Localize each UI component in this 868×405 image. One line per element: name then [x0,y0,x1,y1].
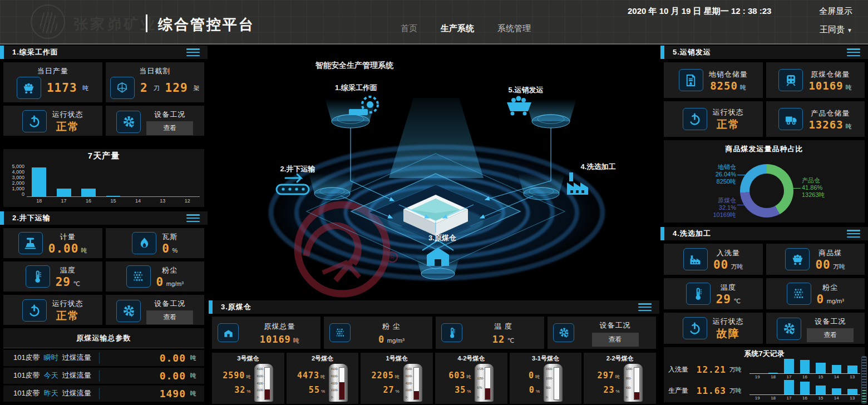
silo-name: 3-1号煤仓 [532,354,559,363]
stat-label: 粉尘 [162,265,177,275]
stat-value: 0.00 [48,242,79,255]
metric-label: 生产量 [668,386,693,396]
stat-label: 设备工况 [600,320,631,330]
dashboard-root: 张家峁矿业 综合管控平台 首页 生产系统 系统管理 2020 年 10 月 19… [0,0,868,405]
table-row: 101皮带 瞬时 过煤流量 0.00 吨 [3,350,204,366]
silo-scale: 8100-6100-4100-2100-0- [257,368,264,399]
view-button[interactable]: 查看 [592,333,639,347]
company-logo-icon [31,4,65,39]
menu-icon[interactable] [186,48,200,56]
menu-icon[interactable] [847,230,860,238]
donut-label-rawcoal: 原煤仓 32.1% 10169吨 [680,197,736,219]
y-tick-label: 3,000 [12,175,24,180]
bar [816,386,826,394]
bar-chart: 18171615141312 [27,164,200,205]
menu-icon[interactable] [186,214,200,222]
donut-connector [793,188,801,189]
view-button[interactable]: 查看 [146,310,193,324]
menu-icon[interactable] [638,303,652,311]
bar-slot: 16 [76,164,101,196]
silo-graphic: 1290-860-430-0- [624,364,643,402]
silo-fill-level [634,392,639,399]
panel-workface-header: 1.综采工作面 [0,46,208,59]
nav-item-production[interactable]: 生产系统 [441,23,474,34]
scrollbar[interactable] [861,356,867,404]
stat-card-device: 设备工况 查看 [106,106,205,136]
donut-connector [737,175,745,175]
silo-fill-level [414,391,419,399]
silo-tick-label: 0- [257,396,264,399]
stat-label: 粉尘 [822,283,838,293]
y-tick-label: 1,000 [12,186,24,191]
silo-fill-level [339,382,344,399]
scene-node-label: 4.洗选加工 [581,162,616,171]
user-menu[interactable]: 王同贵 ▼ [820,24,852,35]
stat-card-run-status: 运行状态 正常 [3,295,102,325]
flow-value: 1490 [160,388,186,399]
stat-unit: % [172,247,177,254]
silo-percent: 55 [309,385,320,395]
silo-scale: 1290-860-430-0- [626,368,633,399]
silo-percent-unit: % [246,389,250,394]
silo-tick-label: 0- [626,396,633,399]
weekly-record-card: 系统7天记录 入洗量 12.21 万吨 19181716151413 生产量 1… [664,347,865,402]
silo-percent-unit: % [321,389,325,394]
table-row: 101皮带 昨天 过煤流量 1490 吨 [3,386,204,402]
stat-unit: 吨 [83,84,89,92]
stat-card-device: 设备工况 查看 [548,317,656,349]
light-beam [389,98,484,178]
x-tick-label: 12 [185,198,190,204]
stat-label: 温度 [60,265,76,275]
silo-percent-unit: % [467,389,471,394]
bar-slot: 15 [813,380,828,394]
belt-name: 101皮带 [13,371,40,381]
bar [106,196,121,196]
status-value: 正常 [717,117,740,132]
main-nav: 首页 生产系统 系统管理 [401,23,531,34]
silo-tick-label: 6100- [257,375,264,378]
silo-graphic: 1725-1150-575-0- [475,364,494,402]
nav-item-home[interactable]: 首页 [401,23,417,34]
panel-title: 3.原煤仓 [221,302,251,312]
stat-card-raw-coal-storage: 原煤仓储量 10169 吨 [766,62,865,98]
panel-underground-header: 2.井下运输 [0,211,208,225]
weekly-row: 入洗量 12.21 万吨 19181716151413 [668,359,860,380]
silo-cell: 2-2号煤仓 297吨 23% 1290-860-430-0- [584,353,656,404]
silo-tons-unit: 吨 [535,374,540,380]
nav-item-system[interactable]: 系统管理 [497,23,531,34]
stat-unit: 吨 [846,84,852,91]
x-tick-label: 16 [802,396,807,401]
silo-tick-label: 860- [626,377,633,380]
stat-label: 运行状态 [52,110,83,120]
silo-percent-unit: % [396,389,400,394]
silo-graphic: 8100-6100-4100-2100-0- [254,364,273,402]
stat-label: 瓦斯 [162,232,177,242]
stat-card-temperature: 温度 29 ℃ [3,261,102,292]
fullscreen-button[interactable]: 全屏显示 [819,6,852,17]
stat-value: 10169 [808,80,843,92]
stat-value: 29 [716,293,731,306]
silo-name: 2号煤仓 [312,354,333,363]
panel-workface: 1.综采工作面 当日产量 1173 吨 当日截割 2 刀 129 架 [0,46,208,210]
view-button[interactable]: 查看 [146,121,193,135]
silo-cell: 1号煤仓 2205吨 27% 8100-6100-4100-2100-0- [361,353,433,404]
silo-tick-label: 8100- [257,368,264,371]
stat-label: 地销仓储量 [709,70,748,80]
panel-title: 5.运销发运 [673,47,711,57]
silo-name: 4-2号煤仓 [457,354,485,363]
x-tick-label: 16 [86,198,91,204]
donut-connector [737,205,745,205]
donut-chart [740,164,793,218]
mine-cart-icon [17,77,41,99]
svg-text:R: R [390,254,394,260]
view-button[interactable]: 查看 [807,328,854,342]
stat-unit: 万吨 [833,263,845,270]
stat-label: 粉 尘 [382,322,401,332]
stat-unit-knives: 刀 [154,84,160,92]
silo-tons-unit: 吨 [320,374,325,380]
truck-icon [778,108,803,130]
stat-value: 0 [378,334,384,345]
stat-label: 计量 [60,232,76,242]
menu-icon[interactable] [847,48,860,56]
silo-tons-unit: 吨 [466,374,471,380]
